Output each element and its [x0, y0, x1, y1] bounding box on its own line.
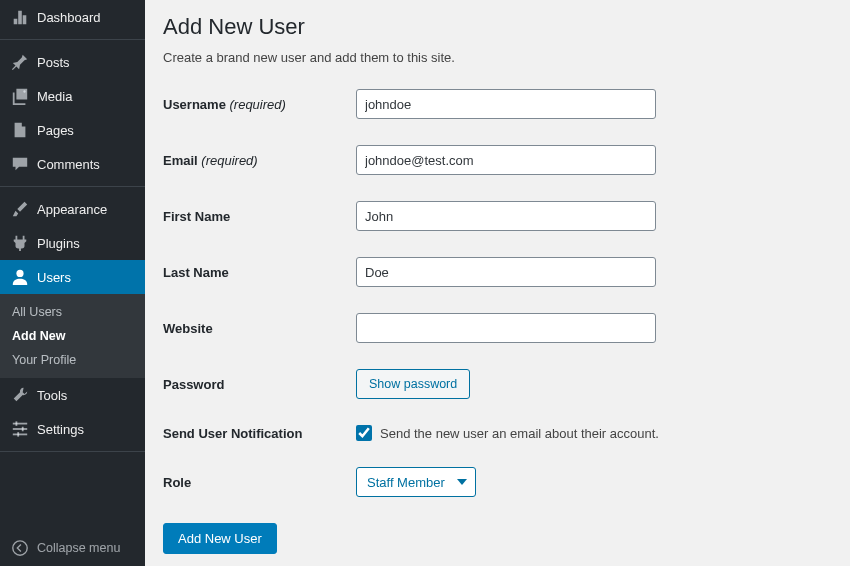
submenu-item-your-profile[interactable]: Your Profile: [0, 348, 145, 372]
collapse-menu[interactable]: Collapse menu: [0, 530, 145, 566]
svg-rect-6: [22, 427, 24, 432]
collapse-icon: [10, 538, 30, 558]
sidebar-item-posts[interactable]: Posts: [0, 45, 145, 79]
username-input[interactable]: [356, 89, 656, 119]
sidebar-item-label: Pages: [37, 123, 74, 138]
notification-label: Send User Notification: [163, 426, 356, 441]
notification-checkbox[interactable]: [356, 425, 372, 441]
sidebar-item-label: Media: [37, 89, 72, 104]
sidebar-item-label: Comments: [37, 157, 100, 172]
brush-icon: [10, 199, 30, 219]
lastname-label: Last Name: [163, 265, 356, 280]
sidebar-item-label: Dashboard: [37, 10, 101, 25]
sidebar-item-plugins[interactable]: Plugins: [0, 226, 145, 260]
notification-text: Send the new user an email about their a…: [380, 426, 659, 441]
pages-icon: [10, 120, 30, 140]
show-password-button[interactable]: Show password: [356, 369, 470, 399]
firstname-input[interactable]: [356, 201, 656, 231]
dashboard-icon: [10, 7, 30, 27]
sidebar-item-appearance[interactable]: Appearance: [0, 192, 145, 226]
sidebar-item-dashboard[interactable]: Dashboard: [0, 0, 145, 34]
role-label: Role: [163, 475, 356, 490]
collapse-label: Collapse menu: [37, 541, 120, 555]
sidebar-item-label: Tools: [37, 388, 67, 403]
svg-point-0: [23, 90, 25, 92]
svg-point-1: [16, 270, 23, 277]
submenu-item-add-new[interactable]: Add New: [0, 324, 145, 348]
lastname-input[interactable]: [356, 257, 656, 287]
svg-rect-5: [16, 421, 18, 426]
sidebar-item-label: Users: [37, 270, 71, 285]
svg-rect-2: [13, 423, 27, 425]
website-input[interactable]: [356, 313, 656, 343]
page-description: Create a brand new user and add them to …: [163, 50, 830, 65]
sidebar-item-pages[interactable]: Pages: [0, 113, 145, 147]
sidebar-item-label: Plugins: [37, 236, 80, 251]
sidebar-item-label: Settings: [37, 422, 84, 437]
sidebar-item-label: Appearance: [37, 202, 107, 217]
wrench-icon: [10, 385, 30, 405]
page-title: Add New User: [163, 14, 830, 40]
sidebar-item-label: Posts: [37, 55, 70, 70]
comments-icon: [10, 154, 30, 174]
role-select[interactable]: Staff Member: [356, 467, 476, 497]
svg-rect-7: [17, 432, 19, 437]
sidebar-item-comments[interactable]: Comments: [0, 147, 145, 181]
svg-rect-4: [13, 434, 27, 436]
media-icon: [10, 86, 30, 106]
username-label: Username (required): [163, 97, 356, 112]
firstname-label: First Name: [163, 209, 356, 224]
settings-icon: [10, 419, 30, 439]
sidebar-item-media[interactable]: Media: [0, 79, 145, 113]
main-content: Add New User Create a brand new user and…: [145, 0, 850, 566]
users-submenu: All Users Add New Your Profile: [0, 294, 145, 378]
add-new-user-button[interactable]: Add New User: [163, 523, 277, 554]
sidebar-item-users[interactable]: Users: [0, 260, 145, 294]
sidebar-item-settings[interactable]: Settings: [0, 412, 145, 446]
admin-sidebar: Dashboard Posts Media Pages Comments App…: [0, 0, 145, 566]
email-label: Email (required): [163, 153, 356, 168]
submenu-item-all-users[interactable]: All Users: [0, 300, 145, 324]
pin-icon: [10, 52, 30, 72]
plug-icon: [10, 233, 30, 253]
website-label: Website: [163, 321, 356, 336]
sidebar-item-tools[interactable]: Tools: [0, 378, 145, 412]
password-label: Password: [163, 377, 356, 392]
svg-point-8: [13, 541, 27, 555]
user-icon: [10, 267, 30, 287]
email-input[interactable]: [356, 145, 656, 175]
svg-rect-3: [13, 428, 27, 430]
